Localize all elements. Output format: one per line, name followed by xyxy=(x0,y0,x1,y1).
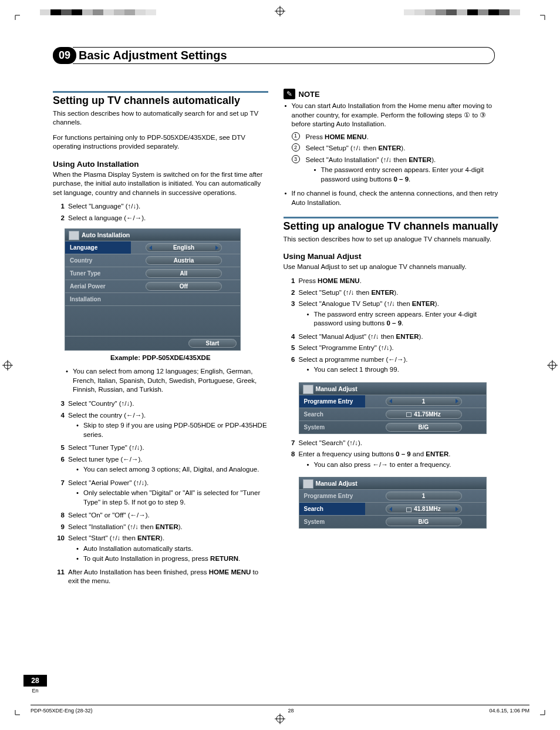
registration-mark-icon xyxy=(275,6,285,16)
step-item: 4Select "Manual Adjust" (↑/↓ then ENTER)… xyxy=(284,331,499,343)
step-item: 2Select "Setup" (↑/↓ then ENTER). xyxy=(284,287,499,299)
right-column: ✎ NOTE You can start Auto Installation f… xyxy=(284,88,499,591)
osd-row: System B/G xyxy=(299,420,486,433)
pencil-icon: ✎ xyxy=(284,89,295,99)
body-text: This section describes how to automatica… xyxy=(53,109,268,127)
page-language: En xyxy=(23,687,47,694)
step-item: 11 After Auto Installation has been fini… xyxy=(53,567,268,587)
registration-mark-icon xyxy=(275,714,285,724)
osd-row: Tuner Type All xyxy=(65,267,240,280)
step-item: 7Select "Aerial Power" (↑/↓). Only selec… xyxy=(53,477,268,510)
section-heading: Setting up TV channels automatically xyxy=(53,91,268,107)
crop-mark-icon xyxy=(540,11,549,20)
osd-row: Aerial Power Off xyxy=(65,280,240,292)
step-item: 4Select the country (←/→). Skip to step … xyxy=(53,410,268,443)
step-item: 10 Select "Start" (↑/↓ then ENTER). Auto… xyxy=(53,533,268,567)
osd-manual-adjust: Manual Adjust Programme Entry 1 Search 4… xyxy=(299,477,487,529)
step-item: 1Select "Language" (↑/↓). xyxy=(53,201,268,213)
osd-row: Programme Entry 1 xyxy=(299,489,486,502)
page-number-tab: 28 En xyxy=(23,675,47,694)
osd-row: Language English xyxy=(65,241,240,254)
osd-auto-installation: Auto Installation Language English Count… xyxy=(65,228,241,351)
osd-row: Programme Entry 1 xyxy=(299,395,486,408)
step-item: 5Select "Tuner Type" (↑/↓). xyxy=(53,442,268,454)
color-bar-right xyxy=(404,9,520,15)
footer-right: 04.6.15, 1:06 PM xyxy=(489,708,529,714)
registration-mark-icon xyxy=(2,360,13,371)
step-item: 9 Select "Installation" (↑/↓ then ENTER)… xyxy=(53,522,268,533)
chapter-title: Basic Adjustment Settings xyxy=(73,47,495,64)
step-item: 7Select "Search" (↑/↓). xyxy=(284,438,499,449)
page-number: 28 xyxy=(23,675,47,687)
bullet-item: You can start Auto Installation from the… xyxy=(284,102,499,187)
bullet-item: If no channel is found, check the antenn… xyxy=(284,189,499,207)
crop-mark-icon xyxy=(11,710,20,719)
body-text: Use Manual Adjust to set up analogue TV … xyxy=(284,263,499,272)
subsection-heading: Using Manual Adjust xyxy=(284,252,499,261)
step-item: 3Select "Analogue TV Setup" (↑/↓ then EN… xyxy=(284,298,499,331)
body-text: When the Plasma Display System is switch… xyxy=(53,170,268,198)
osd-row: Search 41.81MHz xyxy=(299,502,486,515)
figure-caption: Example: PDP-505XDE/435XDE xyxy=(53,354,268,361)
osd-manual-adjust: Manual Adjust Programme Entry 1 Search 4… xyxy=(299,382,487,434)
footer-mid: 28 xyxy=(288,708,294,714)
osd-row: Installation xyxy=(65,292,240,305)
osd-row: Country Austria xyxy=(65,254,240,267)
step-item: 8 Enter a frequency using buttons 0 – 9 … xyxy=(284,449,499,472)
bullet-item: You can select from among 12 languages; … xyxy=(65,367,268,395)
osd-start-button: Start xyxy=(188,339,237,348)
color-bar-left xyxy=(40,9,156,15)
step-item: 5Select "Programme Entry" (↑/↓). xyxy=(284,342,499,354)
print-footer: PDP-505XDE-Eng (28-32) 28 04.6.15, 1:06 … xyxy=(31,705,529,714)
step-item: 3Select "Country" (↑/↓). xyxy=(53,398,268,410)
osd-title: Manual Adjust xyxy=(299,477,486,489)
crop-mark-icon xyxy=(540,710,549,719)
registration-mark-icon xyxy=(547,360,558,371)
step-item: 6Select tuner type (←/→). You can select… xyxy=(53,454,268,477)
step-item: 6Select a programme number (←/→). You ca… xyxy=(284,354,499,378)
subsection-heading: Using Auto Installation xyxy=(53,160,268,169)
osd-row: System B/G xyxy=(299,515,486,528)
step-item: 1Press HOME MENU. xyxy=(284,275,499,287)
crop-mark-icon xyxy=(11,11,20,20)
body-text: This section describes how to set up ana… xyxy=(284,235,499,244)
step-item: 2Select a language (←/→). xyxy=(53,213,268,224)
osd-title: Manual Adjust xyxy=(299,383,486,395)
chapter-header: 09 Basic Adjustment Settings xyxy=(53,47,498,64)
body-text: For functions pertaining only to PDP-505… xyxy=(53,133,268,152)
section-heading: Setting up analogue TV channels manually xyxy=(284,217,499,233)
osd-title: Auto Installation xyxy=(65,229,240,241)
note-header: ✎ NOTE xyxy=(284,89,499,99)
left-column: Setting up TV channels automatically Thi… xyxy=(53,88,268,591)
osd-row: Search 41.75MHz xyxy=(299,408,486,420)
step-item: 8Select "On" or "Off" (←/→). xyxy=(53,510,268,522)
footer-left: PDP-505XDE-Eng (28-32) xyxy=(31,708,93,714)
